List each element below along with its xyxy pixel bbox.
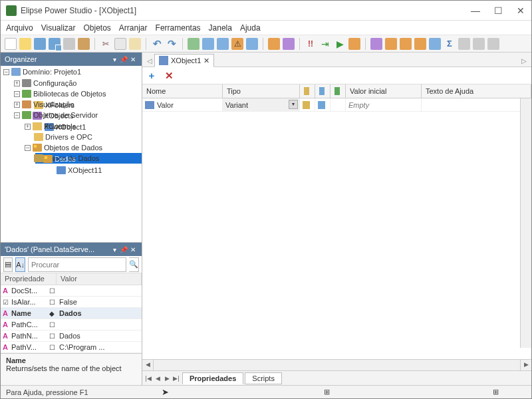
properties-close-icon[interactable]: ✕ — [128, 246, 138, 253]
tool-search-icon[interactable] — [487, 38, 499, 50]
bt-nav-last[interactable]: ▶| — [172, 375, 181, 382]
save-icon[interactable] — [34, 38, 46, 50]
organizer-dropdown-icon[interactable]: ▾ — [110, 56, 119, 63]
col-retain[interactable] — [331, 84, 346, 98]
undo-icon[interactable]: ↶ — [151, 38, 163, 50]
tabs-scroll-right-icon[interactable]: ▷ — [519, 55, 529, 66]
print-icon[interactable] — [63, 38, 75, 50]
tool-warning-icon[interactable]: ⚠ — [231, 38, 243, 50]
tool-zoom-icon[interactable] — [473, 38, 485, 50]
cell-valor-inicial[interactable]: Empty — [348, 101, 369, 109]
bt-nav-next[interactable]: ▶ — [162, 375, 172, 382]
tool-breakpoint-icon[interactable]: !! — [305, 38, 317, 50]
type-dropdown-icon[interactable]: ▾ — [289, 100, 298, 109]
tool-cfg-icon[interactable] — [429, 38, 441, 50]
menu-ajuda[interactable]: Ajuda — [240, 23, 261, 33]
col-texto-ajuda[interactable]: Texto de Ajuda — [422, 84, 531, 98]
properties-help-text: Returns/sets the name of the object — [6, 364, 136, 372]
organizer-tree[interactable]: −Domínio: Projeto1 +Configuração −Biblio… — [1, 66, 142, 242]
tree-config[interactable]: +Configuração — [14, 77, 142, 88]
tree-drivers[interactable]: Drivers e OPC — [25, 131, 142, 142]
delete-row-button[interactable]: ✕ — [164, 70, 174, 81]
bt-nav-first[interactable]: |◀ — [144, 375, 153, 382]
col-nome[interactable]: Nome — [142, 84, 223, 98]
menu-objetos[interactable]: Objetos — [84, 23, 111, 33]
copy-icon[interactable] — [114, 38, 126, 50]
run-icon[interactable]: ▶ — [334, 38, 346, 50]
paste-icon[interactable] — [129, 38, 141, 50]
tree-xobject11[interactable]: XObject11 — [46, 164, 142, 175]
close-button[interactable]: ✕ — [515, 5, 526, 16]
tool-export-icon[interactable] — [268, 38, 280, 50]
horizontal-scrollbar[interactable]: ◀ ▶ — [142, 359, 531, 370]
properties-dropdown-icon[interactable]: ▾ — [110, 246, 119, 253]
tree-dataobj[interactable]: −Objetos de Dados −Dados XObject11 — [25, 142, 142, 152]
main-toolbar: ✂ ↶ ↷ ⚠ !! ⇥ ▶ Σ — [1, 35, 531, 53]
tool-step-icon[interactable]: ⇥ — [319, 38, 331, 50]
cell-save-icon[interactable] — [318, 101, 325, 109]
bottom-tab-propriedades[interactable]: Propriedades — [182, 372, 243, 384]
row-object-icon — [145, 101, 154, 109]
props-col-property[interactable]: Propriedade — [1, 273, 57, 285]
minimize-button[interactable]: — — [470, 5, 481, 16]
document-toolbar: + ✕ — [142, 67, 531, 84]
save-all-icon[interactable] — [49, 38, 61, 50]
add-row-button[interactable]: + — [146, 70, 157, 81]
tabs-scroll-left-icon[interactable]: ◁ — [145, 55, 154, 66]
tool-bug1-icon[interactable] — [385, 38, 397, 50]
tool-stop-icon[interactable] — [348, 38, 360, 50]
organizer-pin-icon[interactable]: 📌 — [119, 56, 128, 63]
col-tipo[interactable]: Tipo — [223, 84, 300, 98]
properties-grid[interactable]: ADocSt...☐ ☑IsAlar...☐False AName◆Dados … — [1, 285, 142, 353]
new-icon[interactable] — [5, 38, 17, 50]
tool-bug2-icon[interactable] — [400, 38, 412, 50]
vertical-scrollbar[interactable] — [520, 98, 531, 348]
tool-db-icon[interactable] — [202, 38, 214, 50]
tool-sigma-icon[interactable]: Σ — [444, 38, 456, 50]
col-save[interactable] — [315, 84, 331, 98]
props-col-value[interactable]: Valor — [57, 273, 142, 285]
tool-check-icon[interactable] — [188, 38, 200, 50]
col-valor-inicial[interactable]: Valor inicial — [346, 84, 422, 98]
tree-viz[interactable]: +Visualização — [14, 98, 142, 109]
search-icon[interactable]: 🔍 — [129, 257, 139, 272]
menu-janela[interactable]: Janela — [209, 23, 232, 33]
tab-xobject1[interactable]: XObject1 ✕ — [154, 54, 214, 67]
tool-list-icon[interactable] — [246, 38, 258, 50]
open-icon[interactable] — [19, 38, 31, 50]
tool-gear-icon[interactable] — [414, 38, 426, 50]
grid-body[interactable]: Valor Variant▾ Empty — [142, 98, 531, 359]
properties-pin-icon[interactable]: 📌 — [119, 246, 128, 253]
tool-book-icon[interactable] — [458, 38, 470, 50]
tool-refresh-icon[interactable] — [217, 38, 229, 50]
menu-ferramentas[interactable]: Ferramentas — [156, 23, 201, 33]
status-coord1-icon: ⊞ — [324, 388, 337, 396]
package-icon[interactable] — [78, 38, 90, 50]
bottom-tab-scripts[interactable]: Scripts — [245, 372, 282, 384]
bt-nav-prev[interactable]: ◀ — [153, 375, 162, 382]
properties-title: 'Dados' (Panel.DataServe... — [5, 245, 110, 253]
props-categorized-button[interactable]: ▤ — [3, 257, 13, 272]
maximize-button[interactable]: ☐ — [493, 5, 503, 16]
tree-domain[interactable]: −Domínio: Projeto1 +Configuração −Biblio… — [3, 66, 142, 76]
grid-row[interactable]: Valor Variant▾ Empty — [142, 98, 531, 112]
tab-close-icon[interactable]: ✕ — [203, 57, 209, 65]
tool-import-icon[interactable] — [283, 38, 295, 50]
cell-link-icon[interactable] — [303, 101, 310, 109]
cell-texto-ajuda[interactable] — [422, 98, 531, 111]
redo-icon[interactable]: ↷ — [166, 38, 178, 50]
cell-nome[interactable]: Valor — [157, 101, 174, 109]
col-link[interactable] — [300, 84, 315, 98]
props-search-input[interactable] — [28, 257, 126, 272]
organizer-close-icon[interactable]: ✕ — [128, 56, 138, 63]
tree-lib[interactable]: −Bibliotecas de Objetos XFolders −XObjec… — [14, 88, 142, 98]
cut-icon[interactable]: ✂ — [100, 38, 112, 50]
cell-tipo[interactable]: Variant — [225, 101, 248, 109]
tool-globe-icon[interactable] — [370, 38, 382, 50]
menu-arranjar[interactable]: Arranjar — [119, 23, 148, 33]
props-alpha-button[interactable]: A↓ — [15, 257, 25, 272]
tree-db[interactable]: Banco de Dados — [25, 152, 142, 163]
menu-visualizar[interactable]: Visualizar — [41, 23, 76, 33]
tree-server[interactable]: −Objetos de Servidor +Power Drivers e OP… — [14, 109, 142, 120]
menu-arquivo[interactable]: Arquivo — [6, 23, 33, 33]
